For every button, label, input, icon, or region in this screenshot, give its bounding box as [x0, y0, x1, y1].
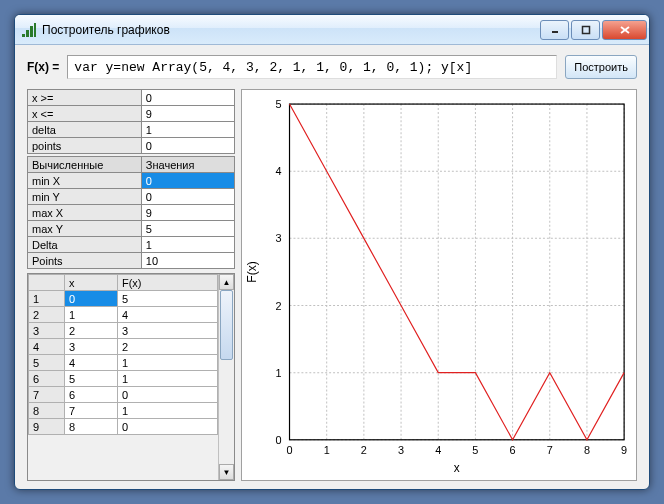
computed-table: Вычисленные Значения min X 0min Y 0max X…: [27, 156, 235, 269]
computed-value[interactable]: 10: [141, 253, 234, 269]
svg-text:4: 4: [276, 165, 282, 177]
row-fx[interactable]: 4: [117, 307, 217, 323]
left-panel: x >= 0x <= 9delta 1points 0 Вычисленные …: [27, 89, 235, 481]
formula-input[interactable]: [67, 55, 557, 79]
row-x[interactable]: 2: [65, 323, 118, 339]
row-index: 5: [29, 355, 65, 371]
params-table: x >= 0x <= 9delta 1points 0: [27, 89, 235, 154]
app-icon: [21, 22, 37, 38]
param-name: x >=: [28, 90, 142, 106]
param-value[interactable]: 0: [141, 90, 234, 106]
row-fx[interactable]: 3: [117, 323, 217, 339]
row-index: 8: [29, 403, 65, 419]
row-fx[interactable]: 1: [117, 403, 217, 419]
build-button[interactable]: Построить: [565, 55, 637, 79]
row-x[interactable]: 7: [65, 403, 118, 419]
table-row[interactable]: 6 5 1: [29, 371, 218, 387]
svg-text:F(x): F(x): [245, 261, 259, 282]
titlebar[interactable]: Построитель графиков: [15, 15, 649, 45]
param-value[interactable]: 0: [141, 138, 234, 154]
row-index: 9: [29, 419, 65, 435]
computed-value[interactable]: 0: [141, 189, 234, 205]
svg-text:2: 2: [361, 444, 367, 456]
minimize-button[interactable]: [540, 20, 569, 40]
row-index: 6: [29, 371, 65, 387]
svg-text:1: 1: [276, 367, 282, 379]
table-row[interactable]: 3 2 3: [29, 323, 218, 339]
computed-name: Delta: [28, 237, 142, 253]
table-row[interactable]: 2 1 4: [29, 307, 218, 323]
data-scrollbar[interactable]: ▲ ▼: [218, 274, 234, 480]
svg-text:5: 5: [472, 444, 478, 456]
svg-rect-1: [26, 30, 29, 37]
formula-label: F(x) =: [27, 60, 59, 74]
svg-text:2: 2: [276, 299, 282, 311]
window-title: Построитель графиков: [42, 23, 538, 37]
data-table[interactable]: x F(x) 1 0 52 1 43 2 34 3: [28, 274, 218, 435]
close-button[interactable]: [602, 20, 647, 40]
data-header-fx: F(x): [117, 275, 217, 291]
computed-name: Points: [28, 253, 142, 269]
svg-text:x: x: [454, 461, 460, 475]
param-name: x <=: [28, 106, 142, 122]
svg-rect-40: [290, 104, 625, 440]
table-row[interactable]: 7 6 0: [29, 387, 218, 403]
computed-name: min Y: [28, 189, 142, 205]
scroll-track[interactable]: [219, 290, 234, 464]
param-value[interactable]: 1: [141, 122, 234, 138]
svg-text:9: 9: [621, 444, 627, 456]
row-x[interactable]: 4: [65, 355, 118, 371]
svg-text:1: 1: [324, 444, 330, 456]
table-row[interactable]: 1 0 5: [29, 291, 218, 307]
row-fx[interactable]: 2: [117, 339, 217, 355]
table-row[interactable]: 5 4 1: [29, 355, 218, 371]
row-index: 7: [29, 387, 65, 403]
row-index: 3: [29, 323, 65, 339]
row-index: 4: [29, 339, 65, 355]
svg-text:0: 0: [286, 444, 292, 456]
maximize-button[interactable]: [571, 20, 600, 40]
svg-rect-5: [582, 26, 589, 33]
svg-text:4: 4: [435, 444, 441, 456]
param-value[interactable]: 9: [141, 106, 234, 122]
svg-rect-2: [30, 26, 33, 37]
data-header-x: x: [65, 275, 118, 291]
row-index: 2: [29, 307, 65, 323]
formula-row: F(x) = Построить: [27, 55, 637, 79]
scroll-thumb[interactable]: [220, 290, 233, 360]
row-x[interactable]: 1: [65, 307, 118, 323]
table-row[interactable]: 9 8 0: [29, 419, 218, 435]
param-name: delta: [28, 122, 142, 138]
param-name: points: [28, 138, 142, 154]
chart: 0123456789012345xF(x): [242, 90, 636, 480]
svg-rect-3: [34, 23, 36, 37]
computed-value[interactable]: 9: [141, 205, 234, 221]
computed-header-right: Значения: [141, 157, 234, 173]
computed-header-left: Вычисленные: [28, 157, 142, 173]
svg-text:8: 8: [584, 444, 590, 456]
table-row[interactable]: 8 7 1: [29, 403, 218, 419]
computed-value[interactable]: 0: [141, 173, 234, 189]
row-fx[interactable]: 0: [117, 387, 217, 403]
computed-value[interactable]: 5: [141, 221, 234, 237]
table-row[interactable]: 4 3 2: [29, 339, 218, 355]
row-fx[interactable]: 5: [117, 291, 217, 307]
computed-name: max Y: [28, 221, 142, 237]
svg-rect-0: [22, 34, 25, 37]
row-x[interactable]: 3: [65, 339, 118, 355]
app-window: Построитель графиков F(x) = Построить x …: [14, 14, 650, 490]
row-index: 1: [29, 291, 65, 307]
row-fx[interactable]: 1: [117, 355, 217, 371]
row-x[interactable]: 6: [65, 387, 118, 403]
computed-value[interactable]: 1: [141, 237, 234, 253]
scroll-up-icon[interactable]: ▲: [219, 274, 234, 290]
row-fx[interactable]: 0: [117, 419, 217, 435]
svg-text:3: 3: [398, 444, 404, 456]
row-x[interactable]: 5: [65, 371, 118, 387]
minimize-icon: [550, 25, 560, 35]
row-fx[interactable]: 1: [117, 371, 217, 387]
row-x[interactable]: 0: [65, 291, 118, 307]
row-x[interactable]: 8: [65, 419, 118, 435]
scroll-down-icon[interactable]: ▼: [219, 464, 234, 480]
data-table-panel: x F(x) 1 0 52 1 43 2 34 3: [27, 273, 235, 481]
